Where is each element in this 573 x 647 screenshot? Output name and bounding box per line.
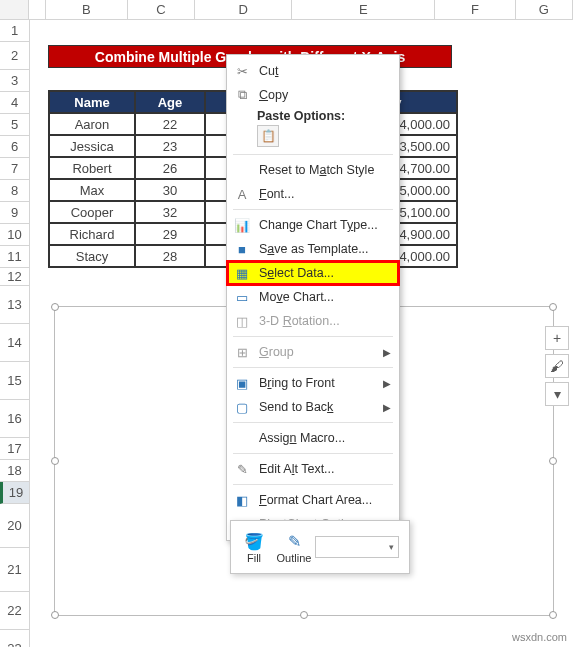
menu-move-chart[interactable]: ▭ Move Chart... xyxy=(227,285,399,309)
menu-font[interactable]: A Font... xyxy=(227,182,399,206)
reset-icon xyxy=(233,161,251,179)
row-21[interactable]: 21 xyxy=(0,548,30,592)
menu-alt-text[interactable]: ✎ Edit Alt Text... xyxy=(227,457,399,481)
row-6[interactable]: 6 xyxy=(0,136,30,158)
select-all-corner[interactable] xyxy=(0,0,29,19)
row-18[interactable]: 18 xyxy=(0,460,30,482)
row-3[interactable]: 3 xyxy=(0,70,30,92)
row-8[interactable]: 8 xyxy=(0,180,30,202)
fill-button[interactable]: 🪣 Fill xyxy=(235,523,273,571)
scissors-icon: ✂ xyxy=(233,62,251,80)
menu-bring-front[interactable]: ▣ Bring to Front ▶ xyxy=(227,371,399,395)
mini-toolbar: 🪣 Fill ✎ Outline ▾ xyxy=(230,520,410,574)
macro-icon xyxy=(233,429,251,447)
plus-icon: + xyxy=(553,330,561,346)
paste-options-row: 📋 xyxy=(227,123,399,151)
fill-label: Fill xyxy=(247,552,261,564)
row-12[interactable]: 12 xyxy=(0,268,30,286)
menu-send-back[interactable]: ▢ Send to Back ▶ xyxy=(227,395,399,419)
resize-handle[interactable] xyxy=(549,303,557,311)
menu-select-data[interactable]: ▦ Select Data... xyxy=(227,261,399,285)
col-E[interactable]: E xyxy=(292,0,435,19)
format-icon: ◧ xyxy=(233,491,251,509)
row-23[interactable]: 23 xyxy=(0,630,30,647)
menu-separator xyxy=(233,453,393,454)
menu-3d-rotation: ◫ 3-D Rotation... xyxy=(227,309,399,333)
row-20[interactable]: 20 xyxy=(0,504,30,548)
funnel-icon: ▾ xyxy=(554,386,561,402)
outline-button[interactable]: ✎ Outline xyxy=(275,523,313,571)
col-D[interactable]: D xyxy=(195,0,292,19)
submenu-arrow-icon: ▶ xyxy=(383,378,391,389)
th-age[interactable]: Age xyxy=(135,91,205,113)
menu-change-chart-type[interactable]: 📊 Change Chart Type... xyxy=(227,213,399,237)
col-F[interactable]: F xyxy=(435,0,515,19)
style-combo[interactable]: ▾ xyxy=(315,536,399,558)
row-2[interactable]: 2 xyxy=(0,42,30,70)
template-icon: ■ xyxy=(233,240,251,258)
row-16[interactable]: 16 xyxy=(0,400,30,438)
chart-type-icon: 📊 xyxy=(233,216,251,234)
font-icon: A xyxy=(233,185,251,203)
copy-icon: ⧉ xyxy=(233,86,251,104)
row-14[interactable]: 14 xyxy=(0,324,30,362)
column-headers: B C D E F G xyxy=(0,0,573,20)
menu-copy[interactable]: ⧉ Copy xyxy=(227,83,399,107)
resize-handle[interactable] xyxy=(51,457,59,465)
outline-label: Outline xyxy=(277,552,312,564)
pen-icon: ✎ xyxy=(283,530,305,552)
bring-front-icon: ▣ xyxy=(233,374,251,392)
col-G[interactable]: G xyxy=(516,0,573,19)
move-chart-icon: ▭ xyxy=(233,288,251,306)
menu-separator xyxy=(233,209,393,210)
submenu-arrow-icon: ▶ xyxy=(383,402,391,413)
chart-elements-button[interactable]: + xyxy=(545,326,569,350)
resize-handle[interactable] xyxy=(300,611,308,619)
resize-handle[interactable] xyxy=(549,457,557,465)
row-headers: 1 2 3 4 5 6 7 8 9 10 11 12 13 14 15 16 1… xyxy=(0,20,30,647)
menu-cut[interactable]: ✂ Cut xyxy=(227,59,399,83)
alt-text-icon: ✎ xyxy=(233,460,251,478)
select-data-icon: ▦ xyxy=(233,264,251,282)
send-back-icon: ▢ xyxy=(233,398,251,416)
menu-format-chart-area[interactable]: ◧ Format Chart Area... xyxy=(227,488,399,512)
th-name[interactable]: Name xyxy=(49,91,135,113)
menu-reset-style[interactable]: Reset to Match Style xyxy=(227,158,399,182)
row-15[interactable]: 15 xyxy=(0,362,30,400)
context-menu: ✂ Cut ⧉ Copy Paste Options: 📋 Reset to M… xyxy=(226,54,400,541)
row-19[interactable]: 19 xyxy=(0,482,30,504)
col-B[interactable]: B xyxy=(46,0,128,19)
paste-options-header: Paste Options: xyxy=(227,107,399,123)
menu-group: ⊞ Group ▶ xyxy=(227,340,399,364)
menu-separator xyxy=(233,154,393,155)
menu-separator xyxy=(233,367,393,368)
group-icon: ⊞ xyxy=(233,343,251,361)
row-5[interactable]: 5 xyxy=(0,114,30,136)
menu-save-template[interactable]: ■ Save as Template... xyxy=(227,237,399,261)
row-7[interactable]: 7 xyxy=(0,158,30,180)
row-22[interactable]: 22 xyxy=(0,592,30,630)
watermark: wsxdn.com xyxy=(512,631,567,643)
row-1[interactable]: 1 xyxy=(0,20,30,42)
submenu-arrow-icon: ▶ xyxy=(383,347,391,358)
row-11[interactable]: 11 xyxy=(0,246,30,268)
resize-handle[interactable] xyxy=(549,611,557,619)
menu-separator xyxy=(233,336,393,337)
row-9[interactable]: 9 xyxy=(0,202,30,224)
resize-handle[interactable] xyxy=(51,611,59,619)
row-17[interactable]: 17 xyxy=(0,438,30,460)
row-13[interactable]: 13 xyxy=(0,286,30,324)
col-C[interactable]: C xyxy=(128,0,195,19)
chart-side-buttons: + 🖌 ▾ xyxy=(545,326,569,406)
chart-filter-button[interactable]: ▾ xyxy=(545,382,569,406)
menu-assign-macro[interactable]: Assign Macro... xyxy=(227,426,399,450)
chart-styles-button[interactable]: 🖌 xyxy=(545,354,569,378)
paste-option-button[interactable]: 📋 xyxy=(257,125,279,147)
row-10[interactable]: 10 xyxy=(0,224,30,246)
paint-bucket-icon: 🪣 xyxy=(243,530,265,552)
row-4[interactable]: 4 xyxy=(0,92,30,114)
resize-handle[interactable] xyxy=(51,303,59,311)
menu-separator xyxy=(233,422,393,423)
chevron-down-icon: ▾ xyxy=(389,542,394,552)
clipboard-icon: 📋 xyxy=(261,129,276,143)
